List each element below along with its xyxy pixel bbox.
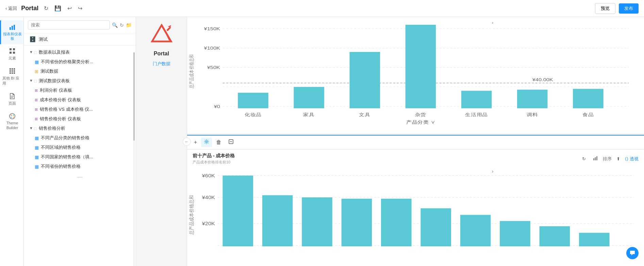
dashboard-icon-1: ⊞ xyxy=(35,88,38,93)
save-icon[interactable]: 💾 xyxy=(53,4,63,13)
svg-rect-73 xyxy=(381,199,412,246)
svg-rect-77 xyxy=(540,226,570,246)
sidebar-item-other-bi[interactable]: 其他 BI 应用 xyxy=(0,64,23,89)
chart-2-title-area: 前十产品 - 成本价格 产品成本价格排名前10 xyxy=(193,153,235,165)
chat-float-button[interactable] xyxy=(626,247,639,259)
svg-marker-25 xyxy=(168,25,171,27)
chart-2-container: 前十产品 - 成本价格 产品成本价格排名前10 ↻ 排序 ⬆ xyxy=(187,149,644,266)
sidebar-item-pages[interactable]: 页面 xyxy=(0,89,23,109)
svg-rect-45 xyxy=(406,25,436,108)
sidebar-item-elements[interactable]: 元素 xyxy=(0,44,23,64)
chart-2-actions: ↻ 排序 ⬆ ⟨⟩ 透视 xyxy=(580,155,639,163)
portal-data-label[interactable]: 门户数据 xyxy=(153,61,170,67)
svg-point-19 xyxy=(11,115,12,116)
undo-icon[interactable]: ↩ xyxy=(66,4,73,13)
svg-text:¥100K: ¥100K xyxy=(203,46,220,51)
svg-rect-72 xyxy=(342,199,372,246)
search-icon[interactable]: 🔍 xyxy=(112,22,118,28)
bar-chart-icon xyxy=(9,24,16,31)
refresh-panel-icon[interactable]: ↻ xyxy=(120,22,124,28)
chart-type-button[interactable] xyxy=(591,155,600,163)
add-widget-button[interactable]: + xyxy=(191,138,200,147)
panel-search-bar: 🔍 ↻ 📁 xyxy=(24,17,136,33)
file-icon xyxy=(9,93,16,100)
top-bar-right: 预览 发布 xyxy=(595,3,639,14)
svg-rect-15 xyxy=(14,72,15,74)
redo-icon[interactable]: ↪ xyxy=(77,4,84,13)
svg-point-18 xyxy=(10,113,15,119)
folder-icon-2: □ xyxy=(34,78,37,84)
tree-folder-3[interactable]: ▼ □ 销售价格分析 xyxy=(24,124,136,133)
db-icon: 🗄️ xyxy=(29,36,36,42)
tree-folder-1[interactable]: ▼ □ 数据表以及报表 xyxy=(24,48,136,57)
settings-button[interactable] xyxy=(201,138,212,147)
grid-icon xyxy=(9,48,16,54)
svg-rect-6 xyxy=(13,52,15,54)
share-button[interactable]: ⬆ xyxy=(614,156,622,162)
delete-button[interactable]: 🗑 xyxy=(213,138,224,147)
tree-dashboard-2[interactable]: ⊞ 成本价格分析 仪表板 xyxy=(24,95,136,105)
svg-text:食品: 食品 xyxy=(582,112,594,117)
tree-table-1[interactable]: ⊞ 测试数据 xyxy=(24,67,136,76)
transparent-button[interactable]: ⟨⟩ 透视 xyxy=(625,156,639,162)
portal-name: Portal xyxy=(154,51,169,57)
search-input[interactable] xyxy=(28,20,110,30)
svg-text:化妆品: 化妆品 xyxy=(245,112,262,117)
main-layout: 报表和仪表板 元素 其他 BI 应用 页面 xyxy=(0,17,644,266)
svg-rect-10 xyxy=(10,70,11,72)
portal-collapse-button[interactable]: ← xyxy=(183,138,191,146)
svg-point-22 xyxy=(13,117,14,118)
bar-chart-icon-action xyxy=(593,156,598,161)
svg-text:杂货: 杂货 xyxy=(415,112,427,117)
svg-rect-43 xyxy=(350,52,380,108)
panel-scrollbar[interactable] xyxy=(133,46,135,266)
expand-icon-3[interactable]: ▼ xyxy=(29,126,34,131)
toolbar-icons: ↻ 💾 ↩ ↪ xyxy=(43,4,84,13)
svg-rect-0 xyxy=(10,27,11,30)
tree-dashboard-3[interactable]: ⊞ 销售价格 VS 成本价格 仪... xyxy=(24,105,136,114)
page-title: Portal xyxy=(21,5,38,12)
back-button[interactable]: ‹ 返回 xyxy=(5,5,17,12)
scroll-down-indicator: — xyxy=(24,174,136,180)
svg-text:总产品成本价格总和: 总产品成本价格总和 xyxy=(188,54,194,89)
tree-chart-3[interactable]: ▦ 不同区域的销售价格 xyxy=(24,143,136,152)
svg-rect-9 xyxy=(14,68,15,70)
svg-rect-5 xyxy=(10,52,12,54)
svg-rect-11 xyxy=(12,70,13,72)
svg-point-21 xyxy=(11,117,12,118)
svg-rect-7 xyxy=(10,68,11,70)
refresh-icon[interactable]: ↻ xyxy=(43,4,50,13)
tree-chart-5[interactable]: ▦ 不同省份的销售价格 xyxy=(24,162,136,171)
top-bar: ‹ 返回 Portal ↻ 💾 ↩ ↪ 预览 发布 xyxy=(0,0,644,17)
svg-rect-1 xyxy=(12,26,13,30)
dashboard-icon-4: ⊞ xyxy=(35,117,38,121)
chart-1-container: ¥40.00K ¥150K ¥100K ¥50K ¥0 总产品成本价格总和 › … xyxy=(187,17,644,135)
sidebar-item-theme-builder[interactable]: Theme Builder xyxy=(0,109,23,133)
svg-rect-13 xyxy=(10,72,11,74)
tree-dashboard-1[interactable]: ⊞ 利润分析 仪表板 xyxy=(24,86,136,95)
svg-rect-12 xyxy=(14,70,15,72)
export-button[interactable] xyxy=(226,138,236,147)
tree-dashboard-4[interactable]: ⊞ 销售价格分析 仪表板 xyxy=(24,114,136,124)
sidebar-item-reports[interactable]: 报表和仪表板 xyxy=(0,20,23,44)
sort-button[interactable]: 排序 xyxy=(603,156,612,162)
portal-logo xyxy=(151,24,172,47)
svg-rect-71 xyxy=(302,197,332,246)
tree-folder-2[interactable]: ▼ □ 测试数据仪表板 xyxy=(24,76,136,86)
folder-icon[interactable]: 📁 xyxy=(126,22,132,28)
panel: 🔍 ↻ 📁 🗄️ 测试 ▼ □ 数据表以及报表 ▦ 不同省份的价格聚类分析...… xyxy=(24,17,136,266)
expand-icon[interactable]: ▼ xyxy=(29,50,34,55)
svg-point-20 xyxy=(13,115,14,116)
tree-chart-2[interactable]: ▦ 不同产品分类的销售价格 xyxy=(24,133,136,143)
chart-refresh-button[interactable]: ↻ xyxy=(580,156,588,162)
bar-chart-small-icon-2: ▦ xyxy=(35,136,39,141)
svg-rect-2 xyxy=(14,25,15,30)
bar-chart-small-icon: ▦ xyxy=(35,59,39,65)
expand-icon-2[interactable]: ▼ xyxy=(29,78,34,83)
table-icon: ⊞ xyxy=(35,69,38,74)
publish-button[interactable]: 发布 xyxy=(619,3,639,14)
svg-rect-4 xyxy=(13,48,15,50)
tree-chart-1[interactable]: ▦ 不同省份的价格聚类分析... xyxy=(24,57,136,67)
preview-button[interactable]: 预览 xyxy=(595,3,615,14)
tree-chart-4[interactable]: ▦ 不同国家的销售价格（填... xyxy=(24,152,136,162)
